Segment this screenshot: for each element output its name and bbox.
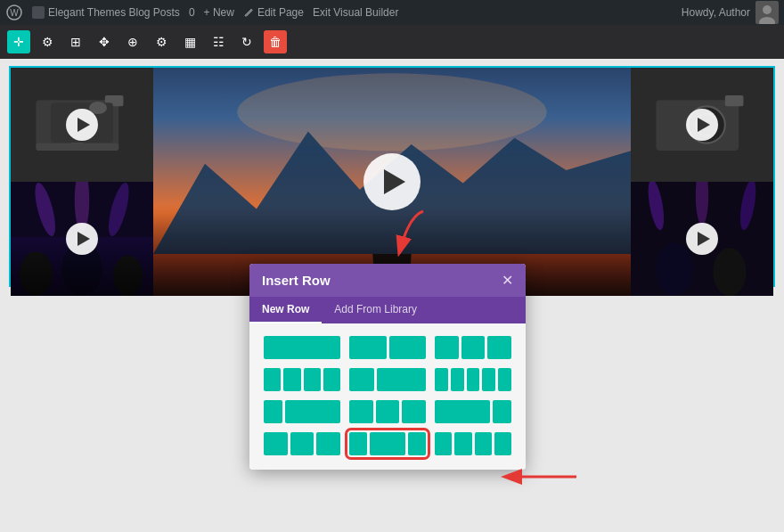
comments-count[interactable]: 0 <box>189 6 195 19</box>
svg-point-35 <box>713 248 746 296</box>
camera-thumb-top-left <box>11 68 153 182</box>
modal-body <box>249 323 526 470</box>
layout-col <box>454 432 471 455</box>
layout-item-5col[interactable] <box>435 368 511 391</box>
svg-point-34 <box>656 242 692 296</box>
toolbar-history-icon[interactable]: ↻ <box>235 30 258 53</box>
layout-col <box>487 336 511 359</box>
red-arrow-layout <box>510 459 581 495</box>
layout-item-2col[interactable] <box>349 336 426 359</box>
play-button-top-left[interactable] <box>66 109 98 141</box>
layout-col <box>435 336 459 359</box>
layout-col <box>475 432 492 455</box>
toolbar-delete-icon[interactable]: 🗑 <box>264 30 287 53</box>
edit-page-link[interactable]: Edit Page <box>243 6 304 19</box>
layout-col <box>461 336 486 359</box>
layout-item-4col-b[interactable] <box>435 432 511 455</box>
concert-thumb-bottom-left <box>11 182 153 296</box>
layout-col <box>435 432 452 455</box>
red-arrow-insert <box>383 207 437 256</box>
layout-grid <box>264 336 511 455</box>
modal-header: Insert Row ✕ <box>249 264 526 297</box>
tab-new-row[interactable]: New Row <box>249 297 322 323</box>
layout-col <box>304 368 321 391</box>
svg-rect-2 <box>32 6 45 19</box>
layout-col <box>264 336 340 359</box>
play-button-top-right[interactable] <box>686 109 718 141</box>
layout-col <box>349 336 387 359</box>
wp-logo: W <box>5 4 23 21</box>
svg-rect-32 <box>725 95 744 106</box>
tab-add-from-library[interactable]: Add From Library <box>322 297 429 323</box>
svg-point-21 <box>237 73 547 151</box>
layout-col <box>370 432 405 455</box>
layout-col <box>290 432 314 455</box>
layout-col <box>349 400 373 423</box>
toolbar: ✛ ⚙ ⊞ ✥ ⊕ ⚙ ▦ ☷ ↻ 🗑 <box>0 25 784 59</box>
layout-col <box>349 368 374 391</box>
svg-rect-11 <box>36 143 118 151</box>
edit-icon <box>243 7 254 18</box>
layout-item-1-3col[interactable] <box>264 400 340 423</box>
play-triangle <box>78 118 90 132</box>
layout-item-4col[interactable] <box>264 368 340 391</box>
svg-point-14 <box>20 251 53 296</box>
play-triangle <box>698 118 710 132</box>
layout-col <box>435 400 490 423</box>
admin-bar: W Elegant Themes Blog Posts 0 + New Edit… <box>0 0 784 25</box>
layout-col <box>451 368 464 391</box>
layout-col <box>316 432 340 455</box>
layout-col <box>283 368 300 391</box>
svg-rect-10 <box>105 95 124 106</box>
layout-item-3col-b[interactable] <box>349 400 426 423</box>
layout-item-3col-c[interactable] <box>264 432 340 455</box>
modal-title: Insert Row <box>262 273 331 288</box>
layout-col <box>264 368 281 391</box>
toolbar-grid-icon[interactable]: ⊞ <box>64 30 87 53</box>
toolbar-settings-icon[interactable]: ⚙ <box>36 30 59 53</box>
layout-col <box>435 368 448 391</box>
play-button-bottom-right[interactable] <box>686 223 718 255</box>
layout-item-1col[interactable] <box>264 336 340 359</box>
toolbar-config-icon[interactable]: ⚙ <box>150 30 173 53</box>
right-column <box>631 68 773 296</box>
play-triangle <box>78 232 90 246</box>
toolbar-rows-icon[interactable]: ☷ <box>207 30 230 53</box>
left-column <box>11 68 153 296</box>
play-button-center[interactable] <box>363 153 421 210</box>
site-icon <box>32 6 45 19</box>
layout-col <box>349 432 367 455</box>
site-name[interactable]: Elegant Themes Blog Posts <box>32 6 180 19</box>
insert-row-modal: Insert Row ✕ New Row Add From Library <box>249 264 526 470</box>
layout-col <box>498 368 511 391</box>
layout-col <box>264 432 288 455</box>
layout-col <box>376 400 400 423</box>
layout-item-1-2-1col-highlighted[interactable] <box>349 432 426 455</box>
play-triangle <box>698 232 710 246</box>
layout-col <box>377 368 426 391</box>
modal-close-button[interactable]: ✕ <box>502 274 513 288</box>
camera-thumb-top-right <box>631 68 773 182</box>
layout-item-3col[interactable] <box>435 336 511 359</box>
play-triangle-large <box>384 169 405 194</box>
new-button[interactable]: + New <box>204 6 234 19</box>
layout-col <box>402 400 426 423</box>
exit-visual-builder[interactable]: Exit Visual Builder <box>313 6 399 19</box>
admin-bar-right: Howdy, Author <box>682 1 779 24</box>
toolbar-insert-icon[interactable]: ⊕ <box>121 30 144 53</box>
concert-thumb-bottom-right <box>631 182 773 296</box>
layout-item-1-2col[interactable] <box>349 368 426 391</box>
layout-col <box>408 432 426 455</box>
layout-col <box>467 368 480 391</box>
toolbar-move-icon[interactable]: ✥ <box>93 30 116 53</box>
svg-point-16 <box>113 256 143 296</box>
modal-tabs: New Row Add From Library <box>249 297 526 323</box>
toolbar-add-icon[interactable]: ✛ <box>7 30 30 53</box>
layout-item-3-1col[interactable] <box>435 400 511 423</box>
toolbar-columns-icon[interactable]: ▦ <box>178 30 201 53</box>
layout-col <box>482 368 495 391</box>
center-video <box>153 68 631 296</box>
layout-col <box>494 432 511 455</box>
play-button-bottom-left[interactable] <box>66 223 98 255</box>
page-area: + Insert Row ✕ New Row Add From Library <box>0 59 784 532</box>
